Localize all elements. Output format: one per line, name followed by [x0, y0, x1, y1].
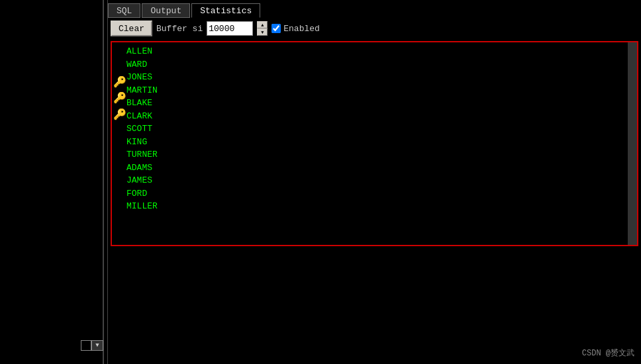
enabled-checkbox-container: Enabled: [271, 24, 320, 34]
list-item: WARD: [126, 58, 158, 71]
divider-line-1: [103, 0, 104, 364]
bottom-dropdown[interactable]: ▼: [91, 340, 103, 351]
key-icon-3: 🔑: [113, 108, 126, 122]
list-item: CLARK: [126, 110, 158, 123]
enabled-checkbox[interactable]: [271, 24, 281, 33]
list-item: MARTIN: [126, 84, 158, 97]
main-content: SQL Output Statistics Clear Buffer si ▲ …: [108, 0, 641, 364]
tab-statistics[interactable]: Statistics: [191, 3, 260, 18]
left-sidebar: [0, 0, 108, 364]
spinner-up[interactable]: ▲: [257, 21, 268, 28]
tab-output[interactable]: Output: [142, 3, 190, 18]
list-item: SCOTT: [126, 122, 158, 136]
list-item: KING: [126, 136, 158, 149]
name-list: ALLENWARDJONESMARTINBLAKECLARKSCOTTKINGT…: [126, 45, 158, 213]
tab-bar: SQL Output Statistics: [108, 0, 641, 19]
key-icon-2: 🔑: [113, 91, 126, 106]
list-item: TURNER: [126, 148, 158, 161]
icon-area: 🔑 🔑 🔑: [113, 75, 126, 122]
watermark: CSDN @赟文武: [582, 347, 634, 359]
output-area: 🔑 🔑 🔑 ALLENWARDJONESMARTINBLAKECLARKSCOT…: [111, 41, 638, 246]
enabled-label: Enabled: [283, 24, 320, 34]
list-item: FORD: [126, 187, 158, 201]
output-scrollbar[interactable]: [628, 42, 637, 245]
buffer-size-spinner[interactable]: ▲ ▼: [257, 21, 268, 36]
list-item: JAMES: [126, 174, 158, 187]
list-item: BLAKE: [126, 97, 158, 110]
list-item: ADAMS: [126, 161, 158, 175]
toolbar: Clear Buffer si ▲ ▼ Enabled: [108, 19, 641, 38]
buffer-size-input[interactable]: [207, 21, 253, 36]
list-item: MILLER: [126, 200, 158, 213]
list-item: ALLEN: [126, 45, 158, 58]
list-item: JONES: [126, 71, 158, 84]
tab-sql[interactable]: SQL: [108, 3, 140, 18]
buffer-size-label: Buffer si: [156, 24, 203, 34]
spinner-down[interactable]: ▼: [257, 28, 268, 36]
bottom-checkbox[interactable]: [81, 340, 91, 351]
clear-button[interactable]: Clear: [111, 21, 152, 36]
key-icon-1: 🔑: [113, 75, 126, 90]
